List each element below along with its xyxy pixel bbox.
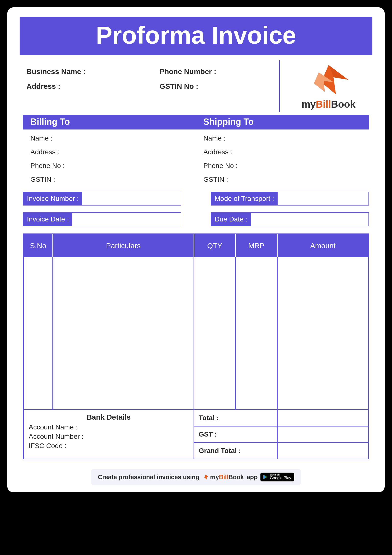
arrow-icon (202, 474, 209, 480)
invoice-date-label: Invoice Date : (24, 213, 72, 226)
business-name-label: Business Name : (26, 67, 159, 76)
mini-logo-bill: Bill (219, 474, 229, 480)
col-amount-body (278, 257, 368, 409)
input-row-1: Invoice Number : Mode of Transport : (20, 192, 372, 206)
total-label: Total : (194, 410, 278, 426)
bank-account-name: Account Name : (29, 423, 189, 431)
mini-logo-my: my (210, 474, 219, 480)
grand-total-row: Grand Total : (194, 443, 368, 459)
table-body (24, 257, 368, 409)
gst-row: GST : (194, 426, 368, 443)
total-row: Total : (194, 410, 368, 426)
footer-pre-text: Create professional invoices using (98, 474, 199, 481)
business-address-label: Address : (26, 82, 159, 90)
col-mrp-body (236, 257, 278, 409)
gplay-big-text: Google Play (270, 476, 291, 480)
grand-total-value (278, 443, 368, 459)
footer-banner: Create professional invoices using myBil… (91, 469, 301, 485)
input-row-2: Invoice Date : Due Date : (20, 212, 372, 226)
billing-name-label: Name : (30, 134, 196, 142)
business-phone-label: Phone Number : (159, 67, 279, 76)
invoice-page: Proforma Invoice Business Name : Address… (7, 7, 385, 492)
transport-label: Mode of Transport : (211, 192, 278, 205)
shipping-address-label: Address : (203, 148, 369, 156)
due-date-label: Due Date : (211, 213, 251, 226)
col-sno-body (24, 257, 53, 409)
totals-column: Total : GST : Grand Total : (194, 410, 368, 459)
billing-address-label: Address : (30, 148, 196, 156)
logo: myBillBook (302, 63, 355, 110)
business-header: Business Name : Address : Phone Number :… (20, 55, 372, 115)
billing-phone-label: Phone No : (30, 162, 196, 170)
shipping-column: Name : Address : Phone No : GSTIN : (196, 134, 369, 189)
due-date-input[interactable] (251, 213, 368, 226)
bank-details: Bank Details Account Name : Account Numb… (24, 410, 194, 459)
google-play-badge[interactable]: GET IT ON Google Play (260, 473, 294, 481)
invoice-date-box: Invoice Date : (23, 212, 181, 226)
gst-label: GST : (194, 426, 278, 442)
transport-box: Mode of Transport : (211, 192, 369, 206)
shipping-heading: Shipping To (196, 117, 369, 127)
billing-heading: Billing To (23, 117, 196, 127)
th-sno: S.No (24, 234, 53, 257)
table-header: S.No Particulars QTY MRP Amount (24, 234, 368, 257)
bank-ifsc: IFSC Code : (29, 442, 189, 450)
mini-logo-book: Book (228, 474, 244, 480)
section-header: Billing To Shipping To (23, 115, 369, 129)
logo-book: Book (331, 99, 355, 110)
business-gstin-label: GSTIN No : (159, 82, 279, 90)
th-mrp: MRP (236, 234, 278, 257)
page-title: Proforma Invoice (20, 17, 372, 55)
invoice-number-label: Invoice Number : (24, 192, 82, 205)
billing-gstin-label: GSTIN : (30, 176, 196, 183)
logo-my: my (302, 99, 316, 110)
total-value (278, 410, 368, 426)
shipping-name-label: Name : (203, 134, 369, 142)
th-particulars: Particulars (53, 234, 194, 257)
grand-total-label: Grand Total : (194, 443, 278, 459)
items-table: S.No Particulars QTY MRP Amount (23, 233, 369, 409)
mini-logo: myBillBook (202, 474, 244, 481)
footer-app-text: app (247, 474, 257, 481)
billing-column: Name : Address : Phone No : GSTIN : (23, 134, 196, 189)
bank-title: Bank Details (29, 413, 189, 421)
invoice-number-box: Invoice Number : (23, 192, 181, 206)
bank-account-number: Account Number : (29, 433, 189, 440)
gst-value (278, 426, 368, 442)
due-date-box: Due Date : (211, 212, 369, 226)
play-icon (263, 474, 268, 480)
transport-input[interactable] (278, 192, 368, 205)
arrow-icon (306, 63, 351, 97)
logo-text: myBillBook (302, 99, 355, 110)
logo-bill: Bill (316, 99, 331, 110)
footer-table: Bank Details Account Name : Account Numb… (23, 409, 369, 459)
invoice-date-input[interactable] (72, 213, 181, 226)
col-particulars-body (53, 257, 194, 409)
col-qty-body (194, 257, 236, 409)
th-qty: QTY (194, 234, 236, 257)
address-columns: Name : Address : Phone No : GSTIN : Name… (20, 129, 372, 192)
shipping-phone-label: Phone No : (203, 162, 369, 170)
th-amount: Amount (278, 234, 368, 257)
invoice-number-input[interactable] (82, 192, 181, 205)
shipping-gstin-label: GSTIN : (203, 176, 369, 183)
